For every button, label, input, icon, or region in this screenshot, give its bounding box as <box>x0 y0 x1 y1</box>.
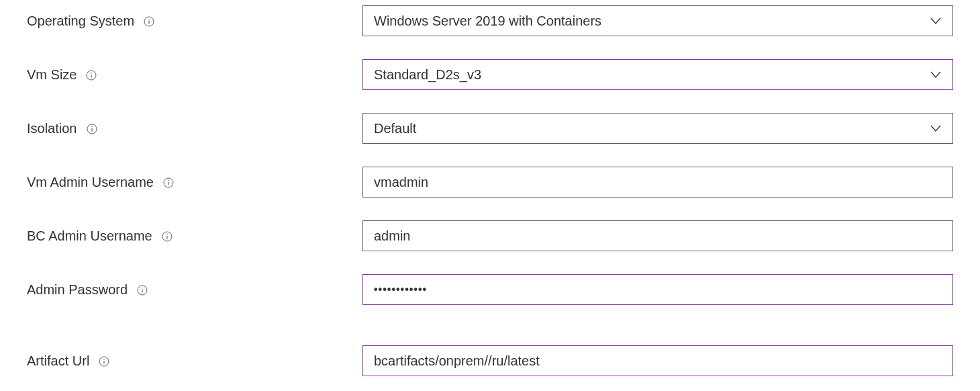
control-vm-size: Standard_D2s_v3 <box>362 59 953 90</box>
control-bc-admin-username <box>362 220 953 251</box>
label-text-artifact-url: Artifact Url <box>27 353 89 369</box>
info-icon[interactable] <box>144 16 154 27</box>
artifact-url-input[interactable] <box>374 346 942 376</box>
row-vm-admin-username: Vm Admin Username <box>27 167 953 198</box>
chevron-down-icon <box>930 69 942 81</box>
row-bc-admin-username: BC Admin Username <box>27 220 953 251</box>
label-text-vm-admin-username: Vm Admin Username <box>27 175 154 190</box>
label-operating-system: Operating System <box>27 13 362 29</box>
control-admin-password <box>362 274 953 305</box>
row-vm-size: Vm Size Standard_D2s_v3 <box>27 59 953 90</box>
vm-size-value: Standard_D2s_v3 <box>374 67 481 83</box>
control-vm-admin-username <box>362 167 953 198</box>
svg-point-16 <box>142 288 142 288</box>
label-text-vm-size: Vm Size <box>27 67 77 83</box>
svg-point-4 <box>91 73 92 73</box>
artifact-url-input-wrapper <box>362 345 953 376</box>
bc-admin-username-input[interactable] <box>374 221 942 251</box>
control-artifact-url <box>362 345 953 376</box>
label-isolation: Isolation <box>27 121 362 136</box>
row-admin-password: Admin Password <box>27 274 953 305</box>
control-operating-system: Windows Server 2019 with Containers <box>362 5 953 36</box>
info-icon[interactable] <box>86 70 97 81</box>
label-text-operating-system: Operating System <box>27 13 134 29</box>
operating-system-dropdown[interactable]: Windows Server 2019 with Containers <box>362 5 953 36</box>
row-operating-system: Operating System Windows Server 2019 wit… <box>27 5 953 36</box>
admin-password-input[interactable] <box>374 275 942 304</box>
svg-point-19 <box>104 359 105 359</box>
svg-point-1 <box>148 19 149 19</box>
label-text-isolation: Isolation <box>27 121 77 136</box>
label-bc-admin-username: BC Admin Username <box>27 228 362 244</box>
vm-size-dropdown[interactable]: Standard_D2s_v3 <box>362 59 953 90</box>
label-vm-admin-username: Vm Admin Username <box>27 175 362 190</box>
control-isolation: Default <box>362 113 953 144</box>
info-icon[interactable] <box>163 177 174 188</box>
svg-point-10 <box>168 180 168 181</box>
vm-admin-username-input[interactable] <box>374 167 942 197</box>
info-icon[interactable] <box>162 231 173 242</box>
configuration-form: Operating System Windows Server 2019 wit… <box>0 0 980 391</box>
row-artifact-url: Artifact Url <box>27 345 953 376</box>
label-artifact-url: Artifact Url <box>27 353 362 369</box>
label-admin-password: Admin Password <box>27 282 362 298</box>
operating-system-value: Windows Server 2019 with Containers <box>374 13 601 29</box>
chevron-down-icon <box>930 122 942 134</box>
label-text-bc-admin-username: BC Admin Username <box>27 228 152 244</box>
info-icon[interactable] <box>87 124 97 134</box>
isolation-dropdown[interactable]: Default <box>362 113 953 144</box>
isolation-value: Default <box>374 121 416 136</box>
row-isolation: Isolation Default <box>27 113 953 144</box>
label-vm-size: Vm Size <box>27 67 362 83</box>
info-icon[interactable] <box>137 285 148 296</box>
vm-admin-username-input-wrapper <box>362 167 953 198</box>
chevron-down-icon <box>930 15 942 27</box>
svg-point-13 <box>166 234 167 234</box>
admin-password-input-wrapper <box>362 274 953 305</box>
label-text-admin-password: Admin Password <box>27 282 128 298</box>
bc-admin-username-input-wrapper <box>362 220 953 251</box>
info-icon[interactable] <box>99 356 109 367</box>
svg-point-7 <box>91 126 92 127</box>
